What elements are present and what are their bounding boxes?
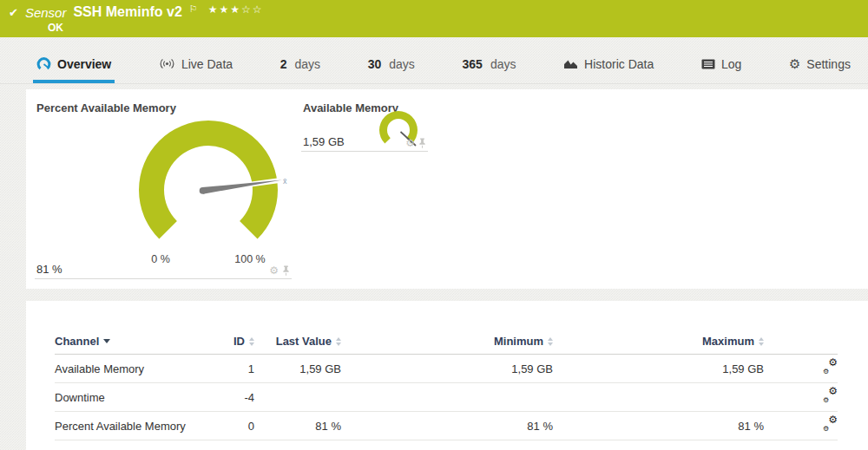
tab-historic-data-label: Historic Data [584,57,654,71]
pin-icon[interactable] [418,138,426,148]
broadcast-icon [159,58,175,69]
cell-id: 0 [233,420,254,433]
cell-maximum: 81 % [553,420,764,433]
gauges-panel: Percent Available Memory x̄ 0 % 100 % 81… [26,89,868,289]
gear-icon: ⚙ [823,397,829,404]
tab-2-days-label: days [295,57,321,71]
gear-icon: ⚙ [828,386,838,396]
channel-table-header: Channel ID Last Value Minimum Maximum [55,329,838,355]
channel-settings-icon[interactable]: ⚙ ⚙ [823,417,838,432]
priority-flag-icon[interactable]: ⚐ [189,3,198,15]
object-kind-label: Sensor [25,5,67,20]
table-row-percent-available-memory: Percent Available Memory 0 81 % 81 % 81 … [55,412,838,440]
column-header-maximum-label: Maximum [702,335,754,348]
tab-historic-data[interactable]: Historic Data [560,48,657,83]
tab-overview[interactable]: Overview [33,48,115,83]
gauge-settings-gear-icon[interactable]: ⚙ [405,138,415,148]
cell-minimum: 81 % [341,420,553,433]
tab-settings-label: Settings [806,57,851,71]
sensor-title: SSH Meminfo v2 [73,4,181,20]
mean-marker: x̄ [283,177,287,186]
radial-gauge: x̄ [35,100,292,251]
cell-minimum: 1,59 GB [341,362,553,375]
tab-30-days-label: days [389,57,415,71]
tab-settings[interactable]: ⚙ Settings [786,48,854,83]
tab-365-days[interactable]: 365 days [459,48,520,83]
column-header-channel[interactable]: Channel [55,335,110,348]
tab-log[interactable]: Log [698,48,745,83]
cell-id: 1 [233,362,254,375]
priority-stars[interactable]: ★★★☆☆ [208,3,264,16]
gauge-value: 81 % [36,263,62,276]
gear-icon: ⚙ [823,426,829,433]
sensor-page: ✔ Sensor SSH Meminfo v2 ⚐ ★★★☆☆ OK Overv… [0,0,868,450]
gear-icon: ⚙ [828,357,838,368]
channels-panel: Channel ID Last Value Minimum Maximum [26,301,868,450]
tab-live-data-label: Live Data [181,57,233,71]
tab-2-days[interactable]: 2 days [277,48,324,83]
tab-30-days[interactable]: 30 days [365,48,418,83]
cell-last-value: 1,59 GB [254,362,341,375]
gauge-available-memory: Available Memory 1,59 GB ⚙ [301,100,428,152]
column-header-maximum[interactable]: Maximum [553,335,764,348]
tab-bar: Overview Live Data 2 days 30 days 365 da… [0,37,868,84]
cell-channel[interactable]: Percent Available Memory [55,420,233,433]
sort-toggle-icon [759,337,764,346]
channel-settings-icon[interactable]: ⚙ ⚙ [823,360,838,375]
column-header-last-value[interactable]: Last Value [254,335,341,348]
gauge-settings-gear-icon[interactable]: ⚙ [269,265,279,276]
cell-channel[interactable]: Downtime [55,391,233,404]
cell-last-value: 81 % [254,420,341,433]
cell-id: -4 [233,391,254,404]
cell-channel[interactable]: Available Memory [55,362,233,375]
column-header-minimum[interactable]: Minimum [341,335,553,348]
log-list-icon [701,59,715,69]
column-header-id[interactable]: ID [233,335,254,348]
gauge-icon [36,57,51,71]
status-check-icon: ✔ [9,6,18,19]
column-header-last-value-label: Last Value [276,335,332,348]
tab-live-data[interactable]: Live Data [155,48,236,83]
column-header-id-label: ID [233,335,245,348]
column-header-minimum-label: Minimum [494,335,543,348]
tab-365-days-number: 365 [463,57,483,71]
table-row-downtime: Downtime -4 ⚙ ⚙ [55,383,838,412]
column-header-channel-label: Channel [55,335,99,348]
gauge-percent-available-memory: Percent Available Memory x̄ 0 % 100 % 81… [35,100,292,279]
gear-icon: ⚙ [823,368,829,375]
gauge-scale-max: 100 % [228,253,272,265]
table-row-available-memory: Available Memory 1 1,59 GB 1,59 GB 1,59 … [55,355,838,383]
sort-desc-icon [103,339,110,343]
area-chart-icon [563,58,578,69]
tab-2-days-number: 2 [280,57,287,71]
gauge-scale-min: 0 % [139,253,182,265]
tab-365-days-label: days [490,57,516,71]
gear-icon: ⚙ [828,414,838,425]
channel-settings-icon[interactable]: ⚙ ⚙ [823,388,838,403]
status-badge: OK [48,22,859,34]
cell-maximum: 1,59 GB [553,362,764,375]
sensor-header: ✔ Sensor SSH Meminfo v2 ⚐ ★★★☆☆ OK [0,0,868,37]
tab-overview-label: Overview [57,57,111,71]
pin-icon[interactable] [282,265,290,276]
gauge-value: 1,59 GB [303,135,345,148]
tab-30-days-number: 30 [368,57,382,71]
tab-log-label: Log [721,57,741,71]
settings-gear-icon: ⚙ [789,56,800,72]
